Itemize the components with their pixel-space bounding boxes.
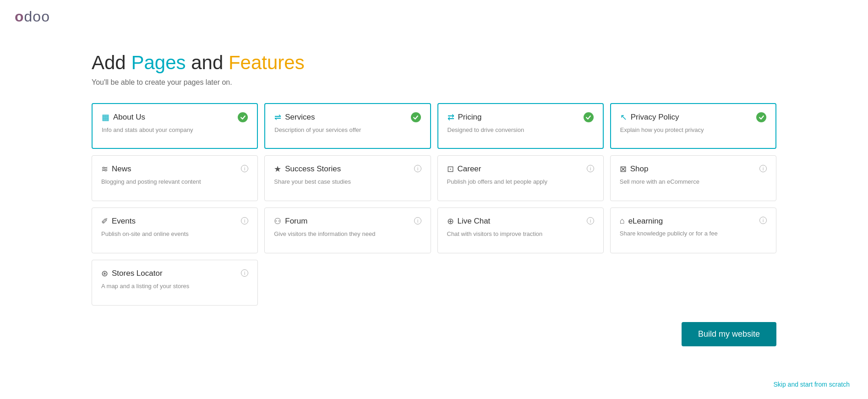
heading-middle: and <box>186 52 229 73</box>
card-about-us[interactable]: ▦About UsInfo and stats about your compa… <box>92 103 258 149</box>
logo-text: odoo <box>15 8 50 25</box>
card-header-privacy-policy: ↖Privacy Policy <box>620 112 766 122</box>
info-icon-live-chat[interactable]: i <box>587 217 594 226</box>
card-title-text-shop: Shop <box>630 164 649 174</box>
logo-o: o <box>15 8 24 25</box>
card-desc-services: Description of your services offer <box>274 126 420 134</box>
card-desc-success-stories: Share your best case studies <box>274 178 421 186</box>
svg-text:i: i <box>244 166 245 171</box>
card-news[interactable]: ≋NewsiBlogging and posting relevant cont… <box>92 155 258 201</box>
card-title-group-privacy-policy: ↖Privacy Policy <box>620 112 679 122</box>
elearning-icon: ⌂ <box>620 216 625 226</box>
card-desc-shop: Sell more with an eCommerce <box>620 178 767 186</box>
card-title-group-services: ⇌Services <box>274 112 315 122</box>
card-title-group-news: ≋News <box>101 164 131 174</box>
card-pricing[interactable]: ⇄PricingDesigned to drive conversion <box>437 103 604 149</box>
card-header-shop: ⊠Shopi <box>620 164 767 174</box>
info-icon-elearning[interactable]: i <box>759 217 767 225</box>
card-desc-career: Publish job offers and let people apply <box>447 178 594 186</box>
info-icon-stores-locator[interactable]: i <box>241 269 248 278</box>
check-icon-about-us <box>238 112 248 122</box>
card-title-group-live-chat: ⊕Live Chat <box>447 216 491 226</box>
card-header-news: ≋Newsi <box>101 164 248 174</box>
card-title-group-career: ⊡Career <box>447 164 481 174</box>
live-chat-icon: ⊕ <box>447 216 454 226</box>
card-desc-privacy-policy: Explain how you protect privacy <box>620 126 766 134</box>
card-title-text-privacy-policy: Privacy Policy <box>631 113 679 122</box>
card-title-text-news: News <box>112 164 131 174</box>
card-header-services: ⇌Services <box>274 112 420 122</box>
info-icon-news[interactable]: i <box>241 165 248 174</box>
info-icon-success-stories[interactable]: i <box>414 165 421 174</box>
svg-text:i: i <box>244 219 245 224</box>
card-success-stories[interactable]: ★Success StoriesiShare your best case st… <box>264 155 431 201</box>
card-title-text-forum: Forum <box>285 217 307 226</box>
card-desc-events: Publish on-site and online events <box>101 230 248 238</box>
info-icon-shop[interactable]: i <box>759 165 767 174</box>
check-icon-services <box>411 112 421 122</box>
pricing-icon: ⇄ <box>448 112 454 122</box>
card-title-group-about-us: ▦About Us <box>102 112 145 122</box>
forum-icon: ⚇ <box>274 216 281 226</box>
card-career[interactable]: ⊡CareeriPublish job offers and let peopl… <box>437 155 604 201</box>
card-header-live-chat: ⊕Live Chati <box>447 216 594 226</box>
check-icon-privacy-policy <box>756 112 766 122</box>
card-header-about-us: ▦About Us <box>102 112 248 122</box>
services-icon: ⇌ <box>274 112 281 122</box>
card-title-group-pricing: ⇄Pricing <box>448 112 482 122</box>
card-forum[interactable]: ⚇ForumiGive visitors the information the… <box>264 208 431 253</box>
subtitle: You'll be able to create your pages late… <box>92 78 776 87</box>
card-privacy-policy[interactable]: ↖Privacy PolicyExplain how you protect p… <box>610 103 776 149</box>
svg-text:i: i <box>763 218 764 223</box>
card-title-text-services: Services <box>285 113 315 122</box>
card-title-text-pricing: Pricing <box>458 113 482 122</box>
card-header-pricing: ⇄Pricing <box>448 112 594 122</box>
card-title-text-events: Events <box>112 217 136 226</box>
card-desc-live-chat: Chat with visitors to improve traction <box>447 230 594 238</box>
success-stories-icon: ★ <box>274 164 281 174</box>
info-icon-forum[interactable]: i <box>414 217 421 226</box>
card-title-text-stores-locator: Stores Locator <box>112 269 163 278</box>
card-header-career: ⊡Careeri <box>447 164 594 174</box>
page-heading: Add Pages and Features <box>92 52 776 74</box>
events-icon: ✐ <box>101 216 108 226</box>
card-title-group-success-stories: ★Success Stories <box>274 164 341 174</box>
heading-prefix: Add <box>92 52 131 73</box>
svg-text:i: i <box>590 166 591 171</box>
card-stores-locator[interactable]: ⊛Stores LocatoriA map and a listing of y… <box>92 260 258 306</box>
card-desc-stores-locator: A map and a listing of your stores <box>101 282 248 290</box>
card-title-group-stores-locator: ⊛Stores Locator <box>101 268 163 279</box>
stores-locator-icon: ⊛ <box>101 268 108 279</box>
svg-text:i: i <box>763 166 764 171</box>
logo: odoo <box>0 0 868 33</box>
card-header-events: ✐Eventsi <box>101 216 248 226</box>
info-icon-events[interactable]: i <box>241 217 248 226</box>
card-elearning[interactable]: ⌂eLearningiShare knowledge publicly or f… <box>610 208 776 253</box>
card-title-text-about-us: About Us <box>113 113 145 122</box>
check-icon-pricing <box>584 112 594 122</box>
about-us-icon: ▦ <box>102 112 109 122</box>
privacy-icon: ↖ <box>620 112 627 122</box>
info-icon-career[interactable]: i <box>587 165 594 174</box>
svg-text:i: i <box>590 219 591 224</box>
card-live-chat[interactable]: ⊕Live ChatiChat with visitors to improve… <box>437 208 604 253</box>
svg-text:i: i <box>417 166 418 171</box>
svg-text:i: i <box>244 271 245 276</box>
card-events[interactable]: ✐EventsiPublish on-site and online event… <box>92 208 258 253</box>
card-desc-about-us: Info and stats about your company <box>102 126 248 134</box>
card-shop[interactable]: ⊠ShopiSell more with an eCommerce <box>610 155 776 201</box>
cards-grid: ▦About UsInfo and stats about your compa… <box>92 103 776 306</box>
shop-icon: ⊠ <box>620 164 627 174</box>
card-desc-forum: Give visitors the information they need <box>274 230 421 238</box>
card-title-group-events: ✐Events <box>101 216 136 226</box>
card-desc-elearning: Share knowledge publicly or for a fee <box>620 230 767 238</box>
bottom-row: Build my website <box>92 322 776 346</box>
heading-pages: Pages <box>131 52 186 73</box>
logo-rest: doo <box>24 8 50 25</box>
svg-text:i: i <box>417 219 418 224</box>
build-website-button[interactable]: Build my website <box>682 322 776 346</box>
card-header-elearning: ⌂eLearningi <box>620 216 767 226</box>
skip-link[interactable]: Skip and start from scratch <box>773 381 850 388</box>
card-services[interactable]: ⇌ServicesDescription of your services of… <box>264 103 431 149</box>
card-title-text-career: Career <box>458 164 481 174</box>
